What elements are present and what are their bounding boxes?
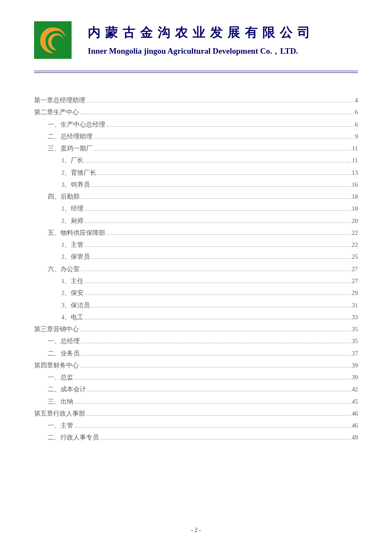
letterhead: 内蒙古金沟农业发展有限公司 Inner Mongolia jingou Agri… bbox=[34, 21, 358, 59]
letterhead-titles: 内蒙古金沟农业发展有限公司 Inner Mongolia jingou Agri… bbox=[72, 21, 358, 57]
toc-entry[interactable]: 三、出纳45 bbox=[34, 396, 358, 408]
toc-entry[interactable]: 二、行政人事专员49 bbox=[34, 431, 358, 443]
toc-entry-label: 1、厂长 bbox=[61, 154, 84, 166]
toc-leader-dots bbox=[75, 427, 351, 428]
toc-entry-label: 2、保管员 bbox=[61, 251, 90, 263]
toc-entry-page: 6 bbox=[355, 119, 358, 130]
toc-entry-page: 16 bbox=[352, 179, 358, 191]
toc-entry-page: 18 bbox=[352, 202, 358, 214]
toc-entry[interactable]: 1、主任27 bbox=[34, 275, 358, 287]
toc-entry-page: 46 bbox=[352, 419, 358, 431]
header-divider bbox=[34, 71, 358, 73]
company-logo-icon bbox=[34, 21, 72, 59]
toc-entry-label: 1、主管 bbox=[61, 239, 84, 251]
toc-entry[interactable]: 3、饲养员16 bbox=[34, 179, 358, 191]
toc-entry-page: 11 bbox=[352, 154, 358, 166]
toc-entry-label: 2、育雏厂长 bbox=[61, 167, 96, 179]
toc-leader-dots bbox=[87, 391, 351, 391]
toc-entry-label: 1、经理 bbox=[61, 202, 84, 214]
toc-leader-dots bbox=[80, 331, 351, 331]
toc-leader-dots bbox=[75, 403, 351, 404]
toc-leader-dots bbox=[80, 114, 354, 114]
toc-entry-label: 第三章营销中心 bbox=[34, 323, 79, 335]
toc-entry[interactable]: 二、总经理助理9 bbox=[34, 130, 358, 142]
toc-entry[interactable]: 四、后勤部18 bbox=[34, 191, 358, 202]
toc-leader-dots bbox=[98, 174, 350, 175]
document-page: 内蒙古金沟农业发展有限公司 Inner Mongolia jingou Agri… bbox=[0, 0, 392, 555]
toc-entry-page: 11 bbox=[352, 142, 358, 154]
toc-entry[interactable]: 一、总经理35 bbox=[34, 335, 358, 347]
toc-entry-label: 2、厨师 bbox=[61, 215, 84, 227]
toc-entry[interactable]: 1、主管22 bbox=[34, 239, 358, 251]
toc-leader-dots bbox=[100, 439, 351, 439]
toc-leader-dots bbox=[91, 258, 350, 259]
toc-entry-label: 二、业务员 bbox=[48, 347, 80, 359]
toc-entry[interactable]: 二、业务员37 bbox=[34, 347, 358, 359]
toc-entry[interactable]: 第一章总经理助理4 bbox=[34, 94, 358, 106]
toc-entry-page: 29 bbox=[352, 287, 358, 299]
toc-entry-label: 一、主管 bbox=[48, 419, 73, 431]
toc-entry-label: 二、总经理助理 bbox=[48, 130, 92, 142]
toc-entry-page: 31 bbox=[352, 299, 358, 311]
toc-entry-page: 20 bbox=[352, 215, 358, 227]
toc-entry-label: 一、总监 bbox=[48, 371, 73, 383]
toc-entry[interactable]: 2、保安29 bbox=[34, 287, 358, 299]
toc-entry-page: 22 bbox=[352, 227, 358, 239]
toc-entry-label: 六、办公室 bbox=[48, 263, 80, 275]
toc-entry-label: 2、保安 bbox=[61, 287, 84, 299]
toc-entry[interactable]: 三、蛋鸡一期厂11 bbox=[34, 142, 358, 154]
toc-entry-label: 4、电工 bbox=[61, 311, 84, 323]
toc-entry[interactable]: 1、经理18 bbox=[34, 202, 358, 214]
toc-entry-page: 39 bbox=[352, 359, 358, 371]
toc-entry[interactable]: 2、厨师20 bbox=[34, 215, 358, 227]
toc-entry-page: 35 bbox=[352, 335, 358, 347]
toc-leader-dots bbox=[85, 295, 350, 295]
toc-entry-label: 3、饲养员 bbox=[61, 179, 90, 191]
table-of-contents: 第一章总经理助理4第二章生产中心6一、生产中心总经理6二、总经理助理9三、蛋鸡一… bbox=[34, 94, 358, 444]
toc-leader-dots bbox=[91, 186, 350, 187]
toc-entry-label: 第二章生产中心 bbox=[34, 106, 79, 118]
toc-leader-dots bbox=[81, 343, 351, 343]
toc-entry[interactable]: 3、保洁员31 bbox=[34, 299, 358, 311]
toc-leader-dots bbox=[75, 379, 351, 379]
toc-entry-label: 3、保洁员 bbox=[61, 299, 90, 311]
toc-leader-dots bbox=[107, 234, 351, 235]
toc-entry-label: 五、物料供应保障部 bbox=[48, 227, 105, 239]
toc-entry[interactable]: 五、物料供应保障部22 bbox=[34, 227, 358, 239]
toc-entry-label: 第五章行政人事部 bbox=[34, 408, 85, 419]
toc-leader-dots bbox=[85, 319, 350, 319]
toc-entry-page: 4 bbox=[355, 94, 358, 106]
toc-entry[interactable]: 第四章财务中心39 bbox=[34, 359, 358, 371]
toc-leader-dots bbox=[80, 367, 351, 367]
toc-entry-label: 二、行政人事专员 bbox=[48, 431, 99, 443]
company-name-en: Inner Mongolia jingou Agricultural Devel… bbox=[88, 46, 358, 57]
toc-entry-page: 42 bbox=[352, 383, 358, 395]
toc-entry-label: 三、蛋鸡一期厂 bbox=[48, 142, 92, 154]
toc-entry[interactable]: 2、育雏厂长13 bbox=[34, 167, 358, 179]
toc-entry[interactable]: 二、成本会计42 bbox=[34, 383, 358, 395]
toc-leader-dots bbox=[107, 126, 354, 127]
toc-entry-page: 46 bbox=[352, 408, 358, 419]
toc-entry-label: 第四章财务中心 bbox=[34, 359, 79, 371]
toc-entry[interactable]: 4、电工33 bbox=[34, 311, 358, 323]
toc-leader-dots bbox=[85, 210, 350, 211]
toc-entry[interactable]: 六、办公室27 bbox=[34, 263, 358, 275]
toc-entry-page: 39 bbox=[352, 371, 358, 383]
toc-entry-page: 27 bbox=[352, 263, 358, 275]
toc-leader-dots bbox=[91, 307, 350, 307]
toc-entry[interactable]: 第五章行政人事部46 bbox=[34, 408, 358, 419]
page-footer: - 2 - bbox=[0, 527, 392, 534]
toc-entry-label: 1、主任 bbox=[61, 275, 84, 287]
toc-entry[interactable]: 1、厂长11 bbox=[34, 154, 358, 166]
toc-entry[interactable]: 第三章营销中心35 bbox=[34, 323, 358, 335]
toc-entry[interactable]: 一、总监39 bbox=[34, 371, 358, 383]
toc-entry[interactable]: 2、保管员25 bbox=[34, 251, 358, 263]
toc-leader-dots bbox=[85, 283, 350, 283]
toc-entry-label: 一、生产中心总经理 bbox=[48, 119, 105, 130]
toc-entry[interactable]: 一、生产中心总经理6 bbox=[34, 119, 358, 130]
page-number: - 2 - bbox=[191, 527, 201, 533]
toc-leader-dots bbox=[94, 150, 351, 150]
toc-entry[interactable]: 一、主管46 bbox=[34, 419, 358, 431]
toc-entry-page: 35 bbox=[352, 323, 358, 335]
toc-entry[interactable]: 第二章生产中心6 bbox=[34, 106, 358, 118]
